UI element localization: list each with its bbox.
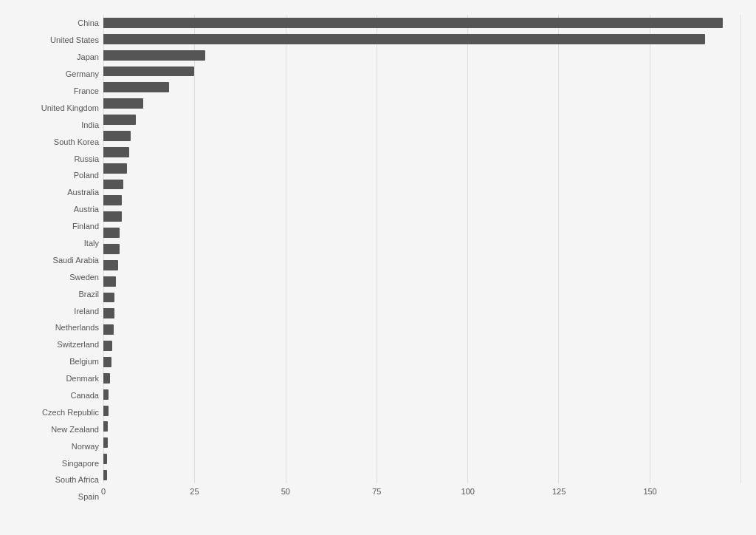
bar: [103, 260, 118, 270]
bar-row: [103, 370, 741, 386]
bar-row: [103, 208, 741, 225]
x-tick: 125: [552, 487, 566, 496]
bars-column: [103, 15, 741, 483]
bar: [103, 18, 723, 28]
bar: [103, 115, 136, 125]
y-label: New Zealand: [51, 420, 99, 437]
bar-row: [103, 95, 741, 112]
bar: [103, 34, 705, 44]
y-label: Spain: [78, 488, 99, 505]
bar: [103, 211, 122, 222]
x-tick: 25: [190, 487, 199, 496]
bar: [103, 147, 129, 157]
bar: [103, 131, 131, 141]
bar: [103, 293, 114, 303]
x-tick: 0: [101, 487, 106, 496]
bar: [103, 437, 108, 448]
y-label: Russia: [74, 150, 99, 167]
bar-row: [103, 338, 741, 354]
y-label: Finland: [72, 218, 99, 235]
y-label: South Korea: [54, 133, 99, 150]
bar-row: [103, 435, 741, 451]
bar-row: [103, 112, 741, 128]
bar: [103, 421, 108, 432]
bar-row: [103, 305, 741, 321]
y-label: Belgium: [69, 353, 99, 370]
bar-row: [103, 31, 741, 47]
y-label: Brazil: [78, 285, 99, 302]
y-label: Germany: [66, 66, 99, 83]
bar: [103, 82, 169, 92]
y-label: Norway: [72, 437, 99, 454]
bar: [103, 180, 123, 190]
y-label: Italy: [84, 235, 99, 252]
bar: [103, 389, 109, 400]
bar-row: [103, 64, 741, 80]
bar-row: [103, 451, 741, 467]
bar: [103, 276, 116, 287]
y-label: Saudi Arabia: [53, 251, 99, 268]
y-label: India: [81, 116, 99, 133]
y-label: Japan: [77, 49, 99, 66]
y-label: Canada: [70, 387, 99, 404]
y-label: Netherlands: [55, 319, 99, 336]
bar-row: [103, 321, 741, 338]
bar: [103, 324, 114, 335]
bars-area: 0255075100125150: [103, 15, 741, 505]
bar-row: [103, 79, 741, 95]
y-label: Singapore: [62, 454, 99, 471]
bar-row: [103, 15, 741, 31]
bar: [103, 228, 120, 238]
y-label: Australia: [67, 184, 99, 201]
bar: [103, 406, 109, 416]
grid-and-bars: 0255075100125150: [103, 15, 741, 505]
bar-row: [103, 418, 741, 435]
y-axis: ChinaUnited StatesJapanGermanyFranceUnit…: [7, 15, 103, 505]
y-label: Denmark: [66, 370, 99, 387]
bar-row: [103, 467, 741, 483]
chart-area: ChinaUnited StatesJapanGermanyFranceUnit…: [7, 15, 741, 505]
bar-row: [103, 177, 741, 193]
bar-row: [103, 225, 741, 241]
bar: [103, 163, 127, 174]
bar-row: [103, 128, 741, 144]
bar: [103, 308, 114, 318]
y-label: Sweden: [69, 268, 99, 285]
y-label: Czech Republic: [42, 403, 99, 420]
x-tick: 100: [461, 487, 475, 496]
chart-container: ChinaUnited StatesJapanGermanyFranceUnit…: [0, 0, 756, 535]
bar-row: [103, 144, 741, 160]
bar-row: [103, 192, 741, 208]
x-tick: 75: [372, 487, 381, 496]
y-label: France: [74, 83, 99, 100]
bar: [103, 98, 143, 109]
x-axis-labels: 0255075100125150: [103, 483, 741, 505]
bar-row: [103, 241, 741, 257]
bar: [103, 67, 194, 77]
x-tick: 150: [643, 487, 656, 496]
bar: [103, 195, 122, 205]
bar-row: [103, 354, 741, 370]
y-label: Poland: [74, 167, 99, 184]
y-label: United States: [50, 32, 99, 49]
bar: [103, 357, 111, 367]
bar: [103, 244, 120, 254]
bar: [103, 454, 107, 464]
bar-row: [103, 290, 741, 306]
x-tick: 50: [281, 487, 290, 496]
bar-row: [103, 160, 741, 177]
y-label: Switzerland: [57, 336, 99, 353]
bar-row: [103, 257, 741, 273]
bar-row: [103, 47, 741, 64]
bar: [103, 341, 112, 351]
bar-row: [103, 386, 741, 403]
y-label: Ireland: [74, 302, 99, 319]
y-label: Austria: [74, 201, 99, 218]
bar-row: [103, 403, 741, 419]
y-label: United Kingdom: [41, 99, 99, 116]
bar: [103, 373, 110, 384]
bar: [103, 50, 205, 61]
bar: [103, 470, 107, 480]
y-label: China: [78, 15, 99, 32]
y-label: South Africa: [55, 471, 99, 488]
